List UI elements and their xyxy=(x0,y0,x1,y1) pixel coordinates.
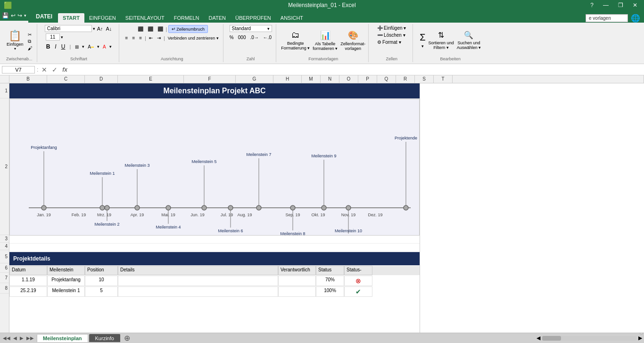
col-header-g[interactable]: G xyxy=(236,75,273,83)
save-icon[interactable]: 💾 xyxy=(2,12,9,19)
font-name-arrow[interactable]: ▾ xyxy=(93,26,95,31)
tab-scroll-next-icon[interactable]: ▶ xyxy=(19,335,25,341)
col-header-s[interactable]: S xyxy=(415,75,434,83)
col-header-t[interactable]: T xyxy=(434,75,453,83)
font-color-arrow[interactable]: ▾ xyxy=(109,44,112,49)
col-header-d[interactable]: D xyxy=(85,75,118,83)
td-status-2[interactable]: 100% xyxy=(316,286,344,297)
col-header-r[interactable]: R xyxy=(396,75,415,83)
confirm-formula-icon[interactable]: ✓ xyxy=(50,66,59,74)
decrease-indent-button[interactable]: ⇤ xyxy=(148,35,154,41)
font-size-arrow[interactable]: ▾ xyxy=(61,35,63,40)
tab-seitenlayout[interactable]: SEITENLAYOUT xyxy=(121,13,169,23)
fill-color-arrow[interactable]: ▾ xyxy=(97,44,99,49)
delete-cells-button[interactable]: ➖ Löschen ▾ xyxy=(376,32,407,38)
italic-button[interactable]: I xyxy=(53,43,58,50)
fill-color-button[interactable]: A▬ xyxy=(86,44,95,50)
wrap-text-button[interactable]: ↵ Zeilenumbruch xyxy=(168,25,208,33)
tab-ansicht[interactable]: ANSICHT xyxy=(276,13,308,23)
row-num-4[interactable]: 4 xyxy=(0,243,9,250)
undo-icon[interactable]: ↩ xyxy=(11,12,16,19)
td-details-1[interactable] xyxy=(118,276,278,286)
tab-ueberpruefen[interactable]: ÜBERPRÜFEN xyxy=(231,13,276,23)
row-num-3[interactable]: 3 xyxy=(0,235,9,243)
tab-scroll-prev-icon[interactable]: ◀ xyxy=(12,335,18,341)
formula-input[interactable] xyxy=(71,67,642,73)
increase-decimal-button[interactable]: .0→ xyxy=(248,34,260,41)
font-size-input[interactable] xyxy=(46,33,60,41)
underline-button[interactable]: U xyxy=(60,43,67,50)
align-center-button[interactable]: ≡ xyxy=(131,35,136,41)
align-top-left-button[interactable]: ⬛ xyxy=(136,26,145,32)
col-header-e[interactable]: E xyxy=(118,75,184,83)
cut-button[interactable]: ✂ xyxy=(26,32,34,38)
tab-start[interactable]: START xyxy=(58,13,84,23)
row-num-6[interactable]: 6 xyxy=(0,263,9,273)
tab-daten[interactable]: DATEN xyxy=(204,13,231,23)
redo-icon[interactable]: ↪ xyxy=(17,12,22,19)
font-size-increase-button[interactable]: A↑ xyxy=(96,26,104,32)
font-name-input[interactable] xyxy=(45,25,92,32)
format-painter-button[interactable]: 🖌 xyxy=(26,45,34,51)
cancel-formula-icon[interactable]: ✕ xyxy=(40,66,49,74)
sheet-tab-meilensteinplan[interactable]: Meilensteinplan xyxy=(37,334,88,342)
td-meilenstein-2[interactable]: Meilenstein 1 xyxy=(47,286,85,297)
row-num-1[interactable]: 1 xyxy=(0,83,9,98)
font-size-decrease-button[interactable]: A↓ xyxy=(105,26,113,32)
border-button[interactable]: ⊞ xyxy=(74,44,80,50)
td-statusicon-2[interactable]: ✔ xyxy=(344,286,372,297)
td-statusicon-1[interactable]: ⊗ xyxy=(344,276,372,286)
close-button[interactable]: ✕ xyxy=(630,2,640,8)
insert-function-icon[interactable]: fx xyxy=(61,66,69,73)
add-sheet-button[interactable]: ⊕ xyxy=(121,334,133,343)
col-header-n[interactable]: N xyxy=(321,75,339,83)
quick-access-more-icon[interactable]: ▾ xyxy=(24,13,26,18)
td-position-2[interactable]: 5 xyxy=(85,286,118,297)
percent-button[interactable]: % xyxy=(228,34,235,41)
border-arrow[interactable]: ▾ xyxy=(82,44,84,49)
tab-scroll-left-icon[interactable]: ◀◀ xyxy=(2,335,11,341)
decrease-decimal-button[interactable]: ←.0 xyxy=(262,34,273,41)
increase-indent-button[interactable]: ⇥ xyxy=(156,35,162,41)
name-box[interactable] xyxy=(2,66,35,74)
col-header-m[interactable]: M xyxy=(302,75,321,83)
col-header-h[interactable]: H xyxy=(273,75,302,83)
col-header-f[interactable]: F xyxy=(184,75,236,83)
row-num-7[interactable]: 7 xyxy=(0,273,9,283)
merge-center-button[interactable]: Verbinden und zentrieren ▾ xyxy=(166,35,220,41)
td-meilenstein-1[interactable]: Projektanfang xyxy=(47,276,85,286)
search-input[interactable] xyxy=(586,14,628,22)
col-header-rest[interactable] xyxy=(453,75,644,83)
comma-button[interactable]: 000 xyxy=(237,34,248,41)
maximize-button[interactable]: ❐ xyxy=(615,2,626,8)
td-datum-2[interactable]: 25.2.19 xyxy=(9,286,47,297)
row-num-8[interactable]: 8 xyxy=(0,283,9,294)
col-header-c[interactable]: C xyxy=(47,75,85,83)
insert-cells-button[interactable]: ➕ Einfügen ▾ xyxy=(376,25,407,31)
align-top-center-button[interactable]: ⬛ xyxy=(146,26,155,32)
format-cells-button[interactable]: ⚙ Format ▾ xyxy=(376,39,402,45)
horizontal-scrollbar[interactable] xyxy=(542,336,636,341)
minimize-button[interactable]: — xyxy=(600,2,611,8)
help-button[interactable]: ? xyxy=(587,2,596,8)
scroll-right-icon[interactable]: ▶ xyxy=(638,335,642,341)
bold-button[interactable]: B xyxy=(45,43,52,50)
scroll-left-icon[interactable]: ◀ xyxy=(537,335,540,341)
align-left-button[interactable]: ≡ xyxy=(124,35,130,41)
align-top-right-button[interactable]: ⬛ xyxy=(156,26,165,32)
paste-button[interactable]: 📋 Einfügen ▾ xyxy=(5,29,25,52)
col-header-o[interactable]: O xyxy=(339,75,358,83)
col-header-p[interactable]: P xyxy=(358,75,377,83)
scrollbar-thumb[interactable] xyxy=(542,336,561,341)
tab-scroll-right-icon[interactable]: ▶▶ xyxy=(25,335,35,341)
col-header-b[interactable]: B xyxy=(9,75,47,83)
copy-button[interactable]: ⧉ xyxy=(26,38,34,45)
col-header-q[interactable]: Q xyxy=(377,75,396,83)
row-num-2[interactable]: 2 xyxy=(0,98,9,235)
td-verantwortlich-1[interactable] xyxy=(278,276,316,286)
row-num-5[interactable]: 5 xyxy=(0,250,9,263)
tab-einfuegen[interactable]: EINFÜGEN xyxy=(84,13,121,23)
font-color-button[interactable]: A xyxy=(101,44,107,50)
tab-datei[interactable]: DATEI xyxy=(30,10,58,23)
tab-formeln[interactable]: FORMELN xyxy=(169,13,204,23)
